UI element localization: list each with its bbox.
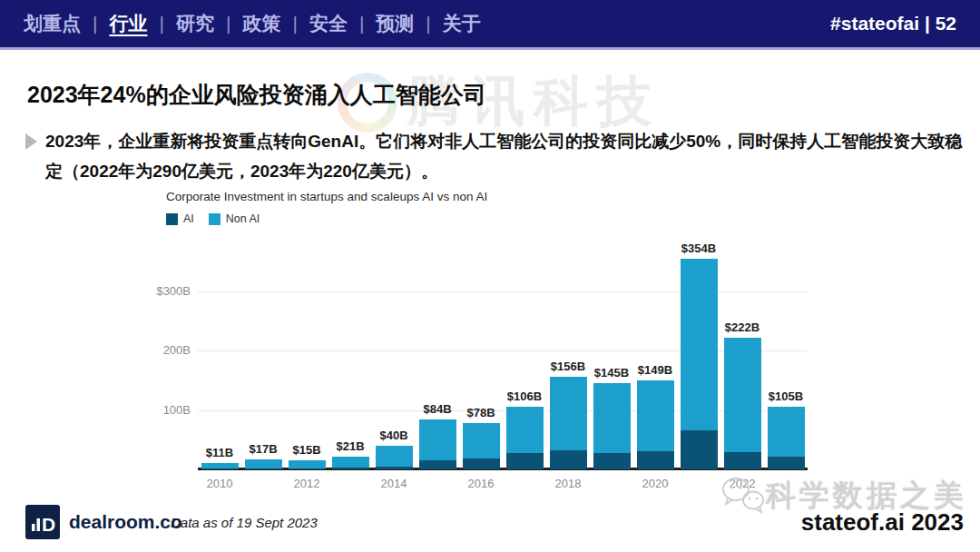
bar-value-label-2021: $354B	[667, 242, 730, 255]
dealroom-logo: D	[25, 505, 60, 543]
y-tick-label: 200B	[143, 343, 191, 357]
body-text: 2023年，企业重新将投资重点转向GenAI。它们将对非人工智能公司的投资同比减…	[45, 126, 964, 186]
nav-separator: |	[292, 13, 297, 34]
bar-ai-2020	[637, 451, 674, 469]
nav-item-5[interactable]: 安全	[309, 11, 348, 36]
page-title: 2023年24%的企业风险投资涌入人工智能公司	[27, 80, 486, 110]
nav-item-3[interactable]: 研究	[176, 11, 214, 36]
x-tick-label-2016: 2016	[454, 477, 508, 490]
bar-nonai-2016	[463, 423, 500, 458]
legend-item-ai: AI	[166, 212, 194, 225]
bar-ai-2023	[768, 457, 805, 469]
bar-value-label-2017: $106B	[493, 389, 556, 403]
x-tick-label-2010: 2010	[192, 477, 247, 490]
bar-ai-2019	[593, 453, 631, 469]
x-tick-label-2022: 2022	[715, 477, 769, 490]
bar-nonai-2010	[201, 463, 239, 469]
bar-ai-2011	[245, 468, 282, 469]
dealroom-wordmark: dealroom.co	[69, 511, 182, 533]
bar-value-label-2023: $105B	[754, 389, 818, 403]
nav-item-1[interactable]: 划重点	[24, 11, 81, 36]
bar-nonai-2015	[419, 419, 456, 460]
nav-separator: |	[359, 13, 364, 34]
bar-value-label-2014: $40B	[362, 429, 426, 442]
bar-ai-2017	[506, 453, 544, 469]
svg-text:D: D	[42, 514, 55, 535]
slide-number-label: #stateofai | 52	[830, 13, 956, 34]
bar-ai-2018	[550, 450, 587, 469]
chart-title: Corporate Investment in startups and sca…	[166, 190, 487, 203]
x-tick-label-2012: 2012	[279, 477, 334, 490]
bar-ai-2012	[289, 468, 326, 469]
legend-label: Non AI	[226, 212, 260, 225]
bar-nonai-2011	[245, 459, 282, 468]
bar-nonai-2017	[506, 407, 544, 453]
x-tick-label-2018: 2018	[541, 477, 595, 490]
legend-swatch	[209, 213, 220, 225]
stateofai-brand: stateof.ai 2023	[801, 508, 964, 537]
bar-nonai-2014	[376, 446, 413, 468]
bar-nonai-2018	[550, 377, 587, 450]
bar-nonai-2023	[768, 407, 805, 456]
nav-separator: |	[226, 13, 230, 34]
nav-item-2[interactable]: 行业	[109, 11, 147, 36]
bar-nonai-2019	[593, 383, 631, 453]
bar-ai-2010	[201, 468, 239, 469]
y-tick-label: 100B	[143, 403, 191, 417]
bar-value-label-2022: $222B	[710, 320, 774, 334]
chart-legend: AINon AI	[166, 212, 260, 225]
nav-separator: |	[159, 13, 163, 34]
slide-page: 划重点|行业|研究|政策|安全|预测|关于 #stateofai | 52 腾讯…	[0, 0, 980, 552]
bullet-triangle-icon	[25, 133, 37, 150]
x-tick-label-2014: 2014	[367, 477, 421, 490]
bar-ai-2016	[463, 458, 500, 469]
legend-label: AI	[183, 212, 194, 225]
bar-nonai-2021	[681, 259, 718, 430]
legend-swatch	[166, 213, 178, 225]
legend-item-non-ai: Non AI	[209, 212, 260, 225]
x-tick-label-2020: 2020	[628, 477, 682, 490]
bar-ai-2015	[419, 460, 456, 469]
nav-separator: |	[93, 13, 97, 34]
bar-ai-2014	[376, 467, 413, 469]
nav-item-6[interactable]: 预测	[376, 11, 414, 36]
y-tick-label: $300B	[143, 284, 191, 298]
bar-ai-2013	[332, 468, 369, 469]
bar-value-label-2016: $78B	[449, 406, 513, 419]
bar-value-label-2020: $149B	[623, 363, 687, 377]
nav-separator: |	[426, 13, 430, 34]
bar-ai-2022	[724, 452, 761, 469]
bar-nonai-2012	[289, 460, 326, 468]
bar-ai-2021	[681, 430, 718, 469]
nav-item-7[interactable]: 关于	[443, 11, 481, 36]
top-nav-bar: 划重点|行业|研究|政策|安全|预测|关于 #stateofai | 52	[0, 0, 980, 50]
nav-menu: 划重点|行业|研究|政策|安全|预测|关于	[24, 11, 481, 36]
bar-nonai-2013	[332, 457, 369, 468]
nav-item-4[interactable]: 政策	[242, 11, 280, 36]
bar-nonai-2020	[637, 380, 674, 451]
data-note: Data as of 19 Sept 2023	[171, 515, 318, 530]
